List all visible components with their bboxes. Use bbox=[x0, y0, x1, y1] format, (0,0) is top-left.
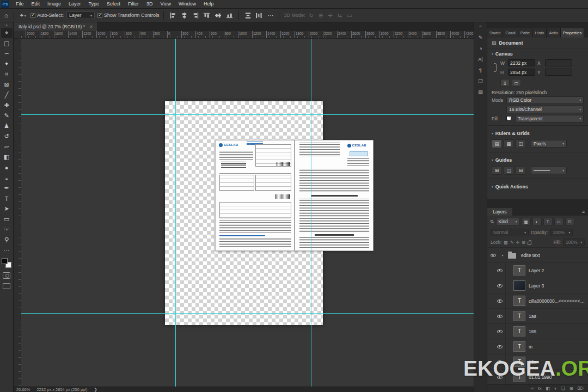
slide-3d-icon[interactable]: ⇆ bbox=[336, 13, 343, 19]
healing-brush-tool[interactable]: ✚ bbox=[1, 100, 13, 111]
roll-3d-icon[interactable]: ⊕ bbox=[317, 13, 324, 19]
lock-all-icon[interactable] bbox=[528, 242, 531, 245]
paragraph-panel-icon[interactable]: ¶ bbox=[479, 68, 482, 73]
layer-thumbnail[interactable] bbox=[513, 280, 525, 291]
color-swatches[interactable] bbox=[2, 258, 11, 268]
vertical-ruler[interactable] bbox=[14, 39, 21, 387]
more-options-icon[interactable]: ⋯ bbox=[266, 12, 274, 19]
gradient-tool[interactable]: ◧ bbox=[1, 152, 13, 162]
group-expand-icon[interactable]: ▾ bbox=[499, 253, 506, 257]
home-icon[interactable]: ⌂ bbox=[3, 12, 9, 19]
layer-name[interactable]: 1aa bbox=[529, 314, 536, 319]
frame-tool[interactable]: ⊠ bbox=[1, 79, 13, 90]
guide-style-dropdown[interactable]: ▾ bbox=[531, 167, 567, 174]
distribute-vertical-icon[interactable] bbox=[243, 11, 252, 20]
dodge-tool[interactable]: ◒ bbox=[1, 173, 13, 183]
layer-name[interactable]: Layer 3 bbox=[529, 283, 544, 289]
panel-tab[interactable]: Actio bbox=[547, 28, 561, 38]
layer-name[interactable]: edite text bbox=[521, 253, 540, 258]
panel-tab[interactable]: Properties bbox=[561, 28, 584, 38]
layer-name[interactable]: 169 bbox=[529, 329, 536, 334]
horizontal-ruler[interactable]: 2000180016001400120010008006004002000200… bbox=[21, 31, 474, 38]
guide-horizontal[interactable] bbox=[21, 313, 474, 314]
auto-select-toggle[interactable]: ✓ Auto-Select: bbox=[30, 13, 64, 18]
visibility-toggle[interactable] bbox=[494, 278, 506, 293]
menu-item[interactable]: View bbox=[157, 0, 175, 8]
layer-thumbnail[interactable] bbox=[508, 253, 516, 259]
canvas-fill-dropdown[interactable]: Transparent▾ bbox=[515, 115, 584, 122]
color-mode-dropdown[interactable]: RGB Color▾ bbox=[506, 96, 584, 104]
menu-item[interactable]: Edit bbox=[28, 0, 44, 8]
layer-row[interactable]: ▾ Layer 2 bbox=[487, 263, 588, 278]
adjustment-layer-icon[interactable]: ◐ bbox=[554, 386, 557, 391]
layer-name[interactable]: m bbox=[529, 344, 532, 350]
pen-tool[interactable]: ✒ bbox=[1, 183, 13, 193]
rectangle-tool[interactable]: ▭ bbox=[1, 214, 13, 224]
visibility-toggle[interactable] bbox=[487, 248, 499, 262]
menu-item[interactable]: File bbox=[12, 0, 28, 8]
layer-row[interactable]: ▾ 169 bbox=[487, 324, 588, 339]
foreground-color-swatch[interactable] bbox=[2, 258, 8, 264]
collapse-panels-icon[interactable]: « bbox=[479, 24, 481, 29]
crop-tool[interactable]: ⌗ bbox=[1, 69, 13, 79]
layer-thumbnail[interactable] bbox=[513, 326, 525, 336]
current-tool-icon[interactable]: ⌖ ▾ bbox=[19, 12, 28, 19]
filter-adjustment-icon[interactable]: ◐ bbox=[532, 218, 542, 225]
blur-tool[interactable]: ● bbox=[1, 162, 13, 173]
layer-filter-dropdown[interactable]: Kind▾ bbox=[496, 218, 520, 225]
layer-row[interactable]: ▾ edite text bbox=[487, 248, 588, 263]
layer-thumbnail[interactable] bbox=[513, 311, 525, 321]
delete-layer-icon[interactable]: ⌦ bbox=[578, 386, 584, 391]
ruler-origin-corner[interactable] bbox=[14, 31, 21, 38]
auto-select-mode-dropdown[interactable]: Layer ▾ bbox=[66, 11, 95, 19]
quick-mask-icon[interactable] bbox=[3, 272, 10, 279]
show-transform-toggle[interactable]: ✓ Show Transform Controls bbox=[97, 13, 160, 18]
rectangular-marquee-tool[interactable]: ▢ bbox=[1, 38, 13, 48]
scale-3d-icon[interactable]: ▭ bbox=[346, 13, 353, 19]
align-top-icon[interactable] bbox=[203, 11, 211, 20]
clear-guides-icon[interactable]: ⊟ bbox=[516, 166, 526, 175]
lasso-tool[interactable]: ∽ bbox=[1, 48, 13, 59]
move-tool[interactable]: ⌖ bbox=[1, 28, 13, 38]
new-layer-icon[interactable]: ⊞ bbox=[569, 386, 573, 391]
menu-item[interactable]: Layer bbox=[65, 0, 85, 8]
layer-name[interactable]: Layer 2 bbox=[529, 268, 544, 273]
panel-tab[interactable]: Histo bbox=[532, 28, 547, 38]
adjustments-panel-icon[interactable]: ◑ bbox=[479, 46, 482, 51]
eyedropper-tool[interactable]: ╱ bbox=[1, 90, 13, 100]
guides-section-header[interactable]: ▾ Guides bbox=[487, 155, 588, 164]
zoom-level[interactable]: 20.66% bbox=[16, 387, 30, 392]
layer-thumbnail[interactable] bbox=[513, 296, 525, 306]
menu-item[interactable]: Window bbox=[175, 0, 200, 8]
align-bottom-icon[interactable] bbox=[225, 11, 234, 20]
libraries-panel-icon[interactable]: ▤ bbox=[478, 89, 483, 95]
menu-item[interactable]: 3D bbox=[143, 0, 157, 8]
guides-from-shape-icon[interactable]: ◫ bbox=[504, 166, 514, 175]
ruler-units-dropdown[interactable]: Pixels▾ bbox=[531, 140, 567, 148]
history-brush-tool[interactable]: ↺ bbox=[1, 131, 13, 142]
layers-tab[interactable]: Layers bbox=[487, 208, 512, 216]
layer-row[interactable]: ▾ 1aa bbox=[487, 309, 588, 324]
visibility-toggle[interactable] bbox=[494, 339, 506, 354]
lock-transparency-icon[interactable]: ▩ bbox=[504, 240, 508, 245]
canvas-viewport[interactable]: CESLAB bbox=[21, 39, 474, 387]
layer-fill-dropdown[interactable]: 100%▾ bbox=[563, 238, 585, 246]
screen-mode-icon[interactable] bbox=[3, 283, 10, 289]
toolbar-collapse-icon[interactable]: » bbox=[5, 23, 8, 28]
lock-pixels-icon[interactable]: ✎ bbox=[510, 240, 514, 245]
rulers-grids-section-header[interactable]: ▾ Rulers & Grids bbox=[487, 128, 588, 138]
lock-artboard-icon[interactable]: ⊞ bbox=[522, 240, 525, 245]
rulers-toggle-icon[interactable]: ▤ bbox=[492, 139, 502, 148]
lock-position-icon[interactable]: ✛ bbox=[516, 240, 520, 245]
canvas-width-field[interactable]: 2232 px bbox=[508, 59, 535, 66]
menu-item[interactable]: Type bbox=[85, 0, 103, 8]
layer-thumbnail[interactable] bbox=[513, 265, 525, 275]
layer-row[interactable]: ▾ cilla0000000...<<<<<<<<0 d bbox=[487, 293, 588, 309]
align-left-icon[interactable] bbox=[168, 11, 177, 20]
visibility-toggle[interactable] bbox=[494, 293, 506, 308]
brush-tool[interactable]: ✎ bbox=[1, 111, 13, 121]
layer-thumbnail[interactable] bbox=[513, 341, 525, 352]
hand-tool[interactable]: ☞ bbox=[1, 224, 13, 235]
edit-toolbar-icon[interactable]: ⋯ bbox=[1, 245, 13, 255]
close-icon[interactable]: × bbox=[90, 24, 93, 29]
